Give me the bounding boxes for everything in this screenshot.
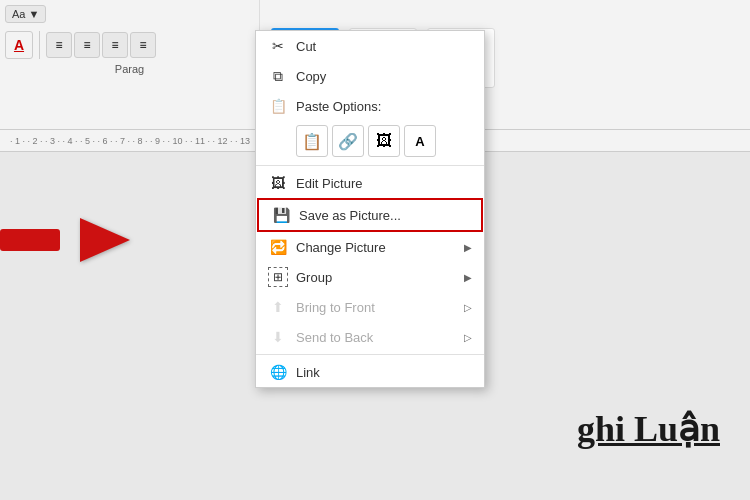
font-color-button[interactable]: A [5, 31, 33, 59]
font-section: A ≡ ≡ ≡ ≡ [5, 31, 254, 59]
menu-item-paste-options-label: 📋 Paste Options: [256, 91, 484, 121]
menu-item-send-to-back[interactable]: ⬇ Send to Back ▷ [256, 322, 484, 352]
edit-picture-icon: 🖼 [268, 173, 288, 193]
send-to-back-icon: ⬇ [268, 327, 288, 347]
arrow-tail [0, 229, 60, 251]
group-icon: ⊞ [268, 267, 288, 287]
menu-link-label: Link [296, 365, 320, 380]
menu-edit-picture-label: Edit Picture [296, 176, 362, 191]
bring-to-front-arrow: ▷ [464, 302, 472, 313]
menu-cut-label: Cut [296, 39, 316, 54]
menu-item-change-picture[interactable]: 🔁 Change Picture ▶ [256, 232, 484, 262]
copy-icon: ⧉ [268, 66, 288, 86]
cut-icon: ✂ [268, 36, 288, 56]
align-left-button[interactable]: ≡ [46, 32, 72, 58]
separator-1 [256, 165, 484, 166]
paste-options-row: 📋 🔗 🖼 A [256, 121, 484, 163]
menu-copy-label: Copy [296, 69, 326, 84]
link-icon: 🌐 [268, 362, 288, 382]
align-center-button[interactable]: ≡ [74, 32, 100, 58]
paste-btn-3[interactable]: 🖼 [368, 125, 400, 157]
menu-change-picture-label: Change Picture [296, 240, 386, 255]
vietnamese-text: ghi Luận [577, 408, 720, 450]
menu-item-link[interactable]: 🌐 Link [256, 357, 484, 387]
font-size-dropdown[interactable]: Aa ▼ [5, 5, 46, 23]
paragraph-label: Parag [5, 63, 254, 75]
menu-group-label: Group [296, 270, 332, 285]
menu-item-save-as-picture[interactable]: 💾 Save as Picture... [257, 198, 483, 232]
menu-item-bring-to-front[interactable]: ⬆ Bring to Front ▷ [256, 292, 484, 322]
save-as-icon: 💾 [271, 205, 291, 225]
send-to-back-arrow: ▷ [464, 332, 472, 343]
paste-options-label: Paste Options: [296, 99, 381, 114]
align-right-button[interactable]: ≡ [102, 32, 128, 58]
group-arrow: ▶ [464, 272, 472, 283]
ruler-mark: · 1 · · 2 · · 3 · · 4 · · 5 · · 6 · · 7 … [10, 136, 250, 146]
menu-item-group[interactable]: ⊞ Group ▶ [256, 262, 484, 292]
context-menu: ✂ Cut ⧉ Copy 📋 Paste Options: 📋 🔗 🖼 A 🖼 … [255, 30, 485, 388]
paste-btn-4[interactable]: A [404, 125, 436, 157]
change-picture-icon: 🔁 [268, 237, 288, 257]
paste-btn-1[interactable]: 📋 [296, 125, 328, 157]
align-buttons: ≡ ≡ ≡ ≡ [46, 32, 156, 58]
menu-save-as-label: Save as Picture... [299, 208, 401, 223]
red-arrow [80, 218, 130, 262]
menu-item-edit-picture[interactable]: 🖼 Edit Picture [256, 168, 484, 198]
align-justify-button[interactable]: ≡ [130, 32, 156, 58]
menu-send-to-back-label: Send to Back [296, 330, 373, 345]
change-picture-arrow: ▶ [464, 242, 472, 253]
separator-2 [256, 354, 484, 355]
ribbon-top: Aa ▼ [5, 5, 254, 23]
bring-to-front-icon: ⬆ [268, 297, 288, 317]
arrow-head [80, 218, 130, 262]
ribbon-left: Aa ▼ A ≡ ≡ ≡ ≡ Parag [0, 0, 260, 129]
menu-bring-to-front-label: Bring to Front [296, 300, 375, 315]
paste-icon: 📋 [268, 96, 288, 116]
paste-btn-2[interactable]: 🔗 [332, 125, 364, 157]
menu-item-copy[interactable]: ⧉ Copy [256, 61, 484, 91]
menu-item-cut[interactable]: ✂ Cut [256, 31, 484, 61]
